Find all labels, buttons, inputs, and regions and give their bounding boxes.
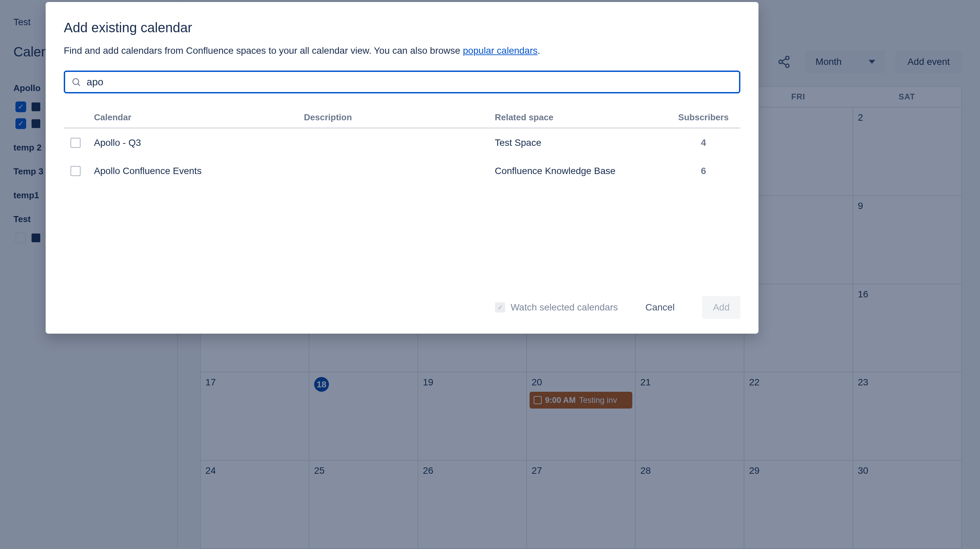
result-row[interactable]: Apollo - Q3 Test Space 4 bbox=[64, 129, 740, 157]
col-subscribers: Subscribers bbox=[667, 112, 740, 123]
result-row[interactable]: Apollo Confluence Events Confluence Know… bbox=[64, 157, 740, 185]
add-calendar-modal: Add existing calendar Find and add calen… bbox=[46, 2, 759, 334]
modal-title: Add existing calendar bbox=[64, 20, 740, 35]
modal-desc-text: Find and add calendars from Confluence s… bbox=[64, 45, 463, 56]
result-space: Test Space bbox=[495, 137, 667, 148]
result-space: Confluence Knowledge Base bbox=[495, 166, 667, 176]
col-calendar: Calendar bbox=[94, 112, 304, 123]
svg-line-6 bbox=[78, 84, 80, 86]
col-description: Description bbox=[304, 112, 495, 123]
results-table: Calendar Description Related space Subsc… bbox=[64, 107, 740, 185]
result-checkbox[interactable] bbox=[70, 166, 81, 176]
result-checkbox[interactable] bbox=[70, 138, 81, 148]
cancel-button[interactable]: Cancel bbox=[635, 296, 685, 319]
add-button[interactable]: Add bbox=[702, 296, 740, 319]
modal-description: Find and add calendars from Confluence s… bbox=[64, 44, 740, 57]
watch-selected-wrap: ✓ Watch selected calendars bbox=[495, 302, 618, 313]
search-box[interactable] bbox=[64, 70, 740, 93]
result-subscribers: 4 bbox=[667, 137, 740, 148]
result-name: Apollo - Q3 bbox=[94, 137, 304, 148]
watch-checkbox[interactable]: ✓ bbox=[495, 302, 505, 313]
results-header: Calendar Description Related space Subsc… bbox=[64, 107, 740, 129]
watch-label: Watch selected calendars bbox=[511, 302, 618, 313]
svg-point-5 bbox=[73, 79, 79, 85]
col-space: Related space bbox=[495, 112, 667, 123]
modal-footer: ✓ Watch selected calendars Cancel Add bbox=[64, 296, 740, 319]
result-subscribers: 6 bbox=[667, 166, 740, 176]
search-input[interactable] bbox=[87, 76, 733, 88]
search-icon bbox=[71, 77, 81, 87]
popular-calendars-link[interactable]: popular calendars bbox=[463, 45, 538, 56]
result-name: Apollo Confluence Events bbox=[94, 166, 304, 176]
modal-desc-suffix: . bbox=[538, 45, 540, 56]
